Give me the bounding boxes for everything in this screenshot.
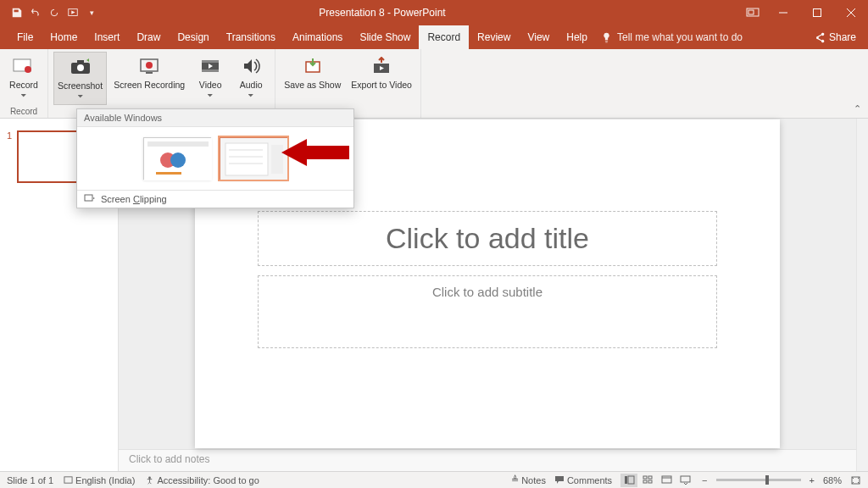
minimize-button[interactable]	[766, 0, 800, 25]
collapse-ribbon-button[interactable]: ⌃	[846, 49, 868, 118]
record-icon	[12, 54, 36, 78]
start-from-beginning-icon[interactable]	[64, 4, 81, 21]
export-to-video-button[interactable]: Export to Video	[348, 52, 415, 105]
tab-design[interactable]: Design	[169, 25, 217, 49]
undo-icon[interactable]	[27, 4, 44, 21]
zoom-out-button[interactable]: −	[702, 475, 707, 485]
svg-point-21	[170, 152, 186, 168]
tab-view[interactable]: View	[519, 25, 558, 49]
tab-help[interactable]: Help	[558, 25, 596, 49]
tab-record[interactable]: Record	[419, 25, 469, 49]
view-buttons	[620, 474, 693, 487]
camera-icon	[69, 55, 92, 79]
tab-insert[interactable]: Insert	[86, 25, 128, 49]
tab-review[interactable]: Review	[469, 25, 519, 49]
tab-animations[interactable]: Animations	[284, 25, 351, 49]
svg-rect-11	[146, 72, 153, 74]
svg-rect-19	[147, 141, 209, 147]
share-button[interactable]: Share	[814, 31, 856, 43]
screen-recording-button[interactable]: Screen Recording	[110, 52, 188, 105]
window-thumbnail-2[interactable]	[220, 137, 287, 180]
titlebar: ▾ Presentation 8 - PowerPoint	[0, 0, 868, 25]
save-as-show-icon	[301, 54, 325, 78]
comments-icon	[554, 475, 565, 485]
zoom-in-button[interactable]: +	[810, 475, 815, 485]
tab-file[interactable]: File	[8, 25, 42, 49]
ribbon-group-save: Save as Show Export to Video	[275, 49, 421, 118]
window-controls	[766, 0, 868, 25]
notes-toggle[interactable]: ≜ Notes	[511, 474, 546, 485]
svg-rect-38	[662, 476, 671, 483]
svg-rect-40	[681, 476, 690, 482]
accessibility-icon	[145, 475, 154, 485]
ribbon-group-record: Record ⏷ Record	[0, 49, 48, 118]
svg-point-9	[77, 64, 84, 71]
export-video-icon	[370, 54, 393, 78]
language-status[interactable]: English (India)	[64, 475, 135, 485]
comments-toggle[interactable]: Comments	[554, 475, 612, 485]
menubar: File Home Insert Draw Design Transitions…	[0, 25, 868, 49]
ribbon-group-label: Record	[10, 105, 37, 118]
reading-view-button[interactable]	[658, 474, 675, 487]
tab-transitions[interactable]: Transitions	[218, 25, 284, 49]
svg-rect-14	[202, 60, 219, 63]
slide-counter: Slide 1 of 1	[7, 475, 53, 485]
tab-draw[interactable]: Draw	[128, 25, 169, 49]
maximize-button[interactable]	[800, 0, 834, 25]
svg-rect-36	[643, 480, 647, 483]
screenshot-button[interactable]: Screenshot ⏷	[53, 52, 107, 105]
svg-point-31	[149, 476, 152, 479]
svg-point-12	[146, 62, 153, 69]
close-button[interactable]	[834, 0, 868, 25]
zoom-level[interactable]: 68%	[823, 475, 842, 485]
screen-recording-icon	[137, 54, 161, 78]
svg-rect-15	[202, 69, 219, 72]
lightbulb-icon	[601, 32, 612, 43]
window-thumbnail-1[interactable]	[143, 137, 211, 180]
tab-slideshow[interactable]: Slide Show	[351, 25, 419, 49]
tell-me-search[interactable]: Tell me what you want to do	[601, 31, 743, 43]
tab-home[interactable]: Home	[42, 25, 86, 49]
quick-access-toolbar: ▾	[0, 4, 100, 21]
accessibility-status[interactable]: Accessibility: Good to go	[145, 475, 259, 485]
video-icon	[198, 54, 222, 78]
slideshow-view-button[interactable]	[676, 474, 693, 487]
svg-rect-30	[64, 477, 72, 483]
dropdown-header: Available Windows	[77, 109, 353, 127]
screen-clipping-option[interactable]: Screen Clipping	[77, 190, 353, 208]
svg-rect-24	[225, 143, 268, 175]
svg-rect-33	[628, 476, 634, 484]
normal-view-button[interactable]	[620, 474, 637, 487]
save-icon[interactable]	[8, 4, 25, 21]
statusbar: Slide 1 of 1 English (India) Accessibili…	[0, 471, 868, 488]
notes-pane[interactable]: Click to add notes	[119, 449, 856, 471]
thumb-number: 1	[7, 130, 12, 183]
qat-more-icon[interactable]: ▾	[83, 4, 100, 21]
audio-button[interactable]: Audio ⏷	[232, 52, 270, 105]
language-icon	[64, 475, 73, 485]
svg-rect-8	[77, 60, 84, 64]
svg-rect-34	[643, 476, 647, 479]
display-options-icon[interactable]	[744, 4, 761, 21]
svg-rect-32	[625, 476, 627, 484]
video-button[interactable]: Video ⏷	[192, 52, 229, 105]
annotation-arrow	[281, 139, 349, 166]
record-button[interactable]: Record ⏷	[5, 52, 42, 105]
svg-rect-35	[648, 476, 652, 479]
subtitle-placeholder[interactable]: Click to add subtitle	[258, 275, 717, 348]
svg-point-6	[25, 66, 31, 73]
clipping-icon	[84, 194, 96, 204]
svg-rect-22	[156, 172, 181, 175]
vertical-scrollbar[interactable]	[856, 119, 868, 471]
svg-rect-2	[748, 10, 754, 14]
zoom-slider-thumb[interactable]	[765, 475, 769, 485]
redo-icon[interactable]	[46, 4, 63, 21]
window-title: Presentation 8 - PowerPoint	[100, 7, 665, 19]
zoom-slider[interactable]	[716, 479, 801, 481]
save-as-show-button[interactable]: Save as Show	[281, 52, 344, 105]
title-placeholder[interactable]: Click to add title	[258, 211, 717, 266]
fit-to-window-button[interactable]	[850, 475, 861, 485]
slide-sorter-button[interactable]	[639, 474, 656, 487]
share-icon	[814, 32, 825, 43]
audio-icon	[239, 54, 263, 78]
